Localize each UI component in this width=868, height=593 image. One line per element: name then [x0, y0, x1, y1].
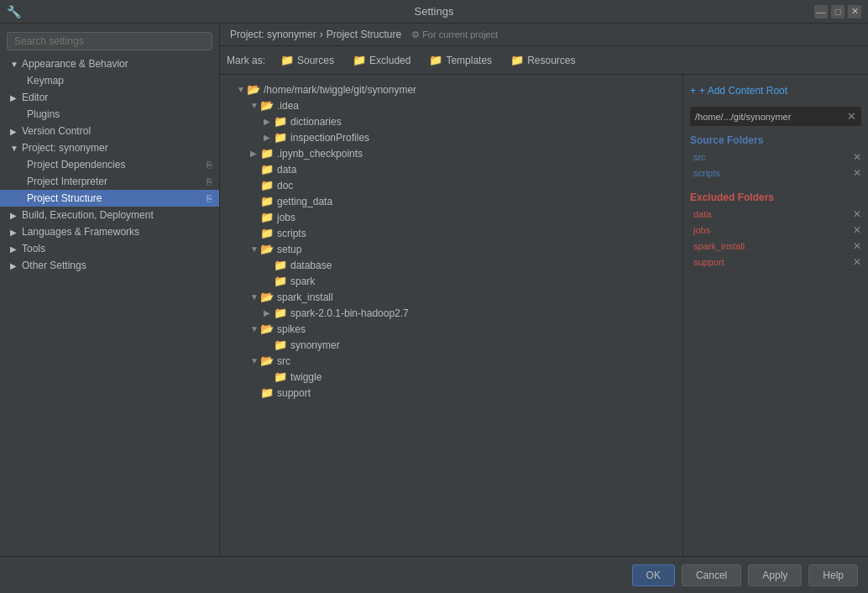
remove-excluded-jobs-button[interactable]: ✕: [853, 224, 861, 236]
tree-item-label: twiggle: [290, 371, 322, 383]
sidebar-item-appearance[interactable]: ▼ Appearance & Behavior: [0, 55, 219, 72]
mark-as-label: Mark as:: [227, 55, 265, 66]
folder-icon: 📁: [274, 307, 287, 319]
folder-icon: 📁: [260, 211, 274, 223]
sidebar-item-label: Tools: [22, 243, 212, 255]
sidebar-item-plugins[interactable]: Plugins: [0, 106, 219, 123]
tree-item-setup[interactable]: ▼ 📂 setup: [220, 241, 682, 257]
ok-button[interactable]: OK: [632, 564, 675, 586]
remove-source-scripts-button[interactable]: ✕: [853, 167, 861, 179]
mark-excluded-button[interactable]: 📁 Excluded: [344, 51, 419, 69]
content-root-path-label: /home/.../git/synonymer: [695, 112, 791, 122]
help-button[interactable]: Help: [808, 564, 858, 586]
chevron-right-icon: ▶: [10, 244, 20, 254]
sidebar-item-label: Other Settings: [22, 260, 212, 271]
title-bar: 🔧 Settings — □ ✕: [0, 0, 868, 24]
sidebar-item-label: Plugins: [27, 108, 60, 120]
tree-item-label: src: [277, 355, 290, 367]
bottom-bar: OK Cancel Apply Help: [0, 556, 868, 593]
remove-excluded-data-button[interactable]: ✕: [853, 208, 861, 220]
tree-item-doc[interactable]: 📁 doc: [220, 177, 682, 193]
content-area: Project: synonymer › Project Structure ⚙…: [220, 24, 868, 556]
excluded-folder-name: data: [693, 209, 711, 219]
sidebar-item-label: Version Control: [22, 125, 212, 137]
chevron-right-icon: ▶: [10, 127, 20, 136]
sidebar-item-label: Project Structure: [27, 192, 102, 204]
mark-resources-button[interactable]: 📁 Resources: [502, 51, 583, 69]
sidebar-item-project-structure[interactable]: Project Structure ⎘: [0, 190, 219, 207]
tree-item-data[interactable]: 📁 data: [220, 161, 682, 177]
chevron-down-icon: ▼: [250, 292, 260, 302]
add-content-root-label: + Add Content Root: [699, 85, 787, 97]
remove-source-src-button[interactable]: ✕: [853, 151, 861, 163]
excluded-folder-icon: 📁: [353, 54, 366, 66]
tree-item-database[interactable]: 📁 database: [220, 257, 682, 273]
sidebar-item-version-control[interactable]: ▶ Version Control: [0, 123, 219, 139]
sources-label: Sources: [297, 55, 334, 66]
gear-icon: ⚙: [411, 29, 420, 39]
folder-icon: 📁: [260, 163, 274, 176]
chevron-right-icon: ▶: [10, 228, 20, 237]
copy-icon: ⎘: [207, 193, 212, 203]
tree-item-twiggle[interactable]: 📁 twiggle: [220, 369, 682, 385]
tree-item-spikes[interactable]: ▼ 📂 spikes: [220, 321, 682, 337]
maximize-button[interactable]: □: [831, 5, 844, 18]
sidebar-item-label: Languages & Frameworks: [22, 226, 212, 238]
remove-content-root-button[interactable]: ✕: [847, 110, 856, 123]
tree-item-label: spark_install: [277, 291, 333, 303]
sidebar-item-editor[interactable]: ▶ Editor: [0, 89, 219, 106]
tree-item-getting-data[interactable]: 📁 getting_data: [220, 193, 682, 209]
tree-item-jobs[interactable]: 📁 jobs: [220, 209, 682, 225]
source-folder-src: src ✕: [690, 150, 861, 165]
right-panel: + + Add Content Root /home/.../git/synon…: [683, 75, 868, 556]
excluded-folder-name: jobs: [693, 225, 710, 235]
add-content-root-button[interactable]: + + Add Content Root: [690, 81, 861, 100]
chevron-right-icon: ▶: [10, 211, 20, 220]
tree-item-inspection-profiles[interactable]: ▶ 📁 inspectionProfiles: [220, 129, 682, 145]
mark-templates-button[interactable]: 📁 Templates: [421, 51, 500, 69]
chevron-down-icon: ▼: [237, 85, 247, 94]
folder-icon: 📁: [274, 115, 287, 128]
source-folders-title: Source Folders: [690, 134, 861, 146]
tree-item-idea[interactable]: ▼ 📂 .idea: [220, 97, 682, 113]
close-button[interactable]: ✕: [848, 5, 861, 18]
sidebar-item-other-settings[interactable]: ▶ Other Settings: [0, 257, 219, 274]
chevron-down-icon: ▼: [250, 244, 260, 254]
tree-item-src[interactable]: ▼ 📂 src: [220, 353, 682, 369]
remove-excluded-spark-install-button[interactable]: ✕: [853, 240, 861, 252]
sidebar-item-build[interactable]: ▶ Build, Execution, Deployment: [0, 207, 219, 223]
sidebar-item-project-dependencies[interactable]: Project Dependencies ⎘: [0, 156, 219, 173]
excluded-folder-support: support ✕: [690, 255, 861, 270]
sidebar-item-project-interpreter[interactable]: Project Interpreter ⎘: [0, 173, 219, 190]
tree-item-dictionaries[interactable]: ▶ 📁 dictionaries: [220, 113, 682, 129]
tree-item-spark[interactable]: 📁 spark: [220, 273, 682, 289]
sidebar-item-tools[interactable]: ▶ Tools: [0, 240, 219, 257]
chevron-right-icon: ▶: [264, 133, 274, 142]
folder-icon: 📂: [260, 243, 274, 255]
tree-item-support[interactable]: 📁 support: [220, 385, 682, 401]
tree-item-spark-hadoop[interactable]: ▶ 📁 spark-2.0.1-bin-hadoop2.7: [220, 305, 682, 321]
tree-item-scripts[interactable]: 📁 scripts: [220, 225, 682, 241]
cancel-button[interactable]: Cancel: [682, 564, 741, 586]
sidebar-item-keymap[interactable]: Keymap: [0, 72, 219, 89]
folder-icon: 📁: [274, 338, 287, 351]
remove-excluded-support-button[interactable]: ✕: [853, 256, 861, 268]
breadcrumb-page: Project Structure: [327, 29, 401, 40]
folder-icon: 📂: [260, 323, 274, 335]
search-input[interactable]: [7, 32, 212, 50]
tree-item-root[interactable]: ▼ 📂 /home/mark/twiggle/git/synonymer: [220, 81, 682, 97]
sidebar-item-project[interactable]: ▼ Project: synonymer: [0, 139, 219, 156]
main-layout: ▼ Appearance & Behavior Keymap ▶ Editor …: [0, 24, 868, 556]
source-folder-name: scripts: [693, 168, 720, 178]
tree-item-synonymer-sub[interactable]: 📁 synonymer: [220, 337, 682, 353]
sidebar-item-languages[interactable]: ▶ Languages & Frameworks: [0, 223, 219, 240]
mark-sources-button[interactable]: 📁 Sources: [272, 51, 342, 69]
tree-item-label: /home/mark/twiggle/git/synonymer: [264, 84, 416, 96]
source-folder-scripts: scripts ✕: [690, 165, 861, 181]
minimize-button[interactable]: —: [814, 5, 828, 18]
breadcrumb: Project: synonymer › Project Structure ⚙…: [220, 24, 868, 46]
apply-button[interactable]: Apply: [748, 564, 802, 586]
tree-item-label: spark: [290, 276, 315, 287]
tree-item-ipynb[interactable]: ▶ 📁 .ipynb_checkpoints: [220, 145, 682, 161]
tree-item-spark-install[interactable]: ▼ 📂 spark_install: [220, 289, 682, 305]
